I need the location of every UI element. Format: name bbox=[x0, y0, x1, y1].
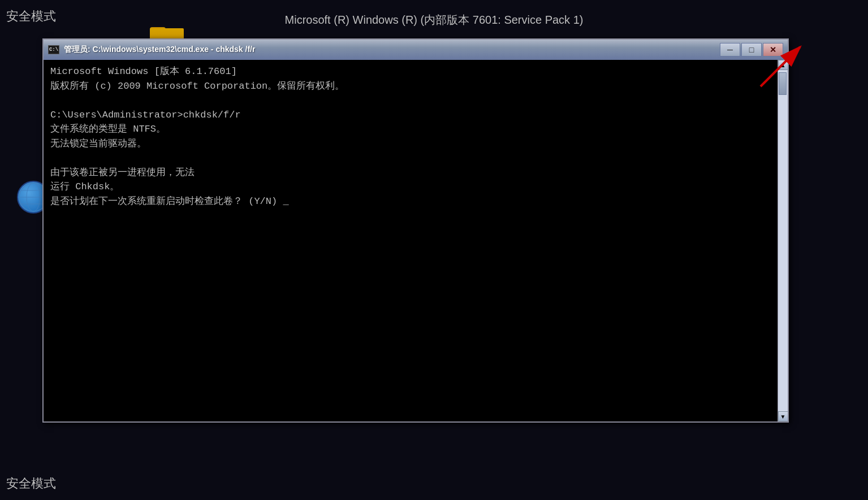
scrollbar-thumb[interactable] bbox=[779, 72, 787, 95]
cmd-line2: 版权所有 (c) 2009 Microsoft Corporation。保留所有… bbox=[50, 81, 344, 92]
cmd-line5: 文件系统的类型是 NTFS。 bbox=[50, 124, 166, 134]
cmd-line6: 无法锁定当前驱动器。 bbox=[50, 138, 146, 149]
cmd-line9: 运行 Chkdsk。 bbox=[50, 181, 119, 192]
cmd-output[interactable]: Microsoft Windows [版本 6.1.7601] 版权所有 (c)… bbox=[44, 60, 778, 421]
close-button[interactable]: ✕ bbox=[763, 43, 783, 56]
desktop: 安全模式 安全模式 Microsoft (R) Windows (R) (内部版… bbox=[0, 0, 868, 500]
cmd-titlebar: C:\ 管理员: C:\windows\system32\cmd.exe - c… bbox=[44, 40, 788, 60]
maximize-button[interactable]: □ bbox=[741, 43, 762, 56]
cmd-title: 管理员: C:\windows\system32\cmd.exe - chkds… bbox=[64, 45, 720, 55]
scrollbar-track[interactable] bbox=[778, 70, 788, 411]
cmd-window-icon: C:\ bbox=[48, 45, 59, 54]
cmd-content-area: Microsoft Windows [版本 6.1.7601] 版权所有 (c)… bbox=[44, 60, 788, 421]
safe-mode-bottom-label: 安全模式 bbox=[6, 475, 56, 492]
cmd-line10: 是否计划在下一次系统重新启动时检查此卷？ (Y/N) _ bbox=[50, 196, 289, 207]
cmd-scrollbar: ▲ ▼ bbox=[778, 60, 788, 421]
cmd-line4: C:\Users\Administrator>chkdsk/f/r bbox=[50, 110, 241, 120]
minimize-button[interactable]: ─ bbox=[720, 43, 740, 56]
cmd-line1: Microsoft Windows [版本 6.1.7601] bbox=[50, 66, 237, 77]
safe-mode-top-label: 安全模式 bbox=[6, 8, 56, 25]
cmd-icon-text: C:\ bbox=[49, 47, 58, 53]
scrollbar-up-button[interactable]: ▲ bbox=[778, 60, 788, 70]
cmd-line8: 由于该卷正被另一进程使用，无法 bbox=[50, 167, 195, 178]
cmd-window: C:\ 管理员: C:\windows\system32\cmd.exe - c… bbox=[42, 38, 789, 423]
scrollbar-down-button[interactable]: ▼ bbox=[778, 411, 788, 421]
windows-version-label: Microsoft (R) Windows (R) (内部版本 7601: Se… bbox=[285, 12, 584, 28]
cmd-window-controls: ─ □ ✕ bbox=[720, 43, 783, 56]
